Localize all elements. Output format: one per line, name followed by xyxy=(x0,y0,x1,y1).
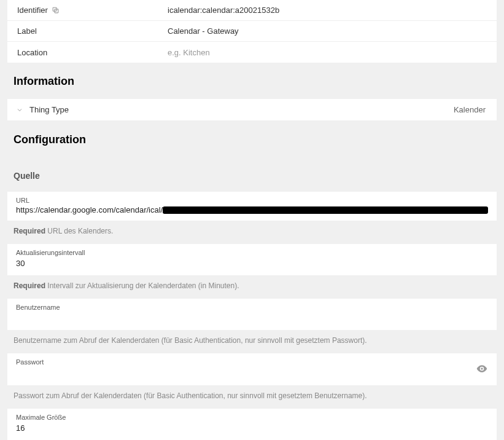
location-label: Location xyxy=(17,48,47,57)
username-label: Benutzername xyxy=(16,304,488,311)
password-label: Passwort xyxy=(16,358,471,366)
thing-type-row[interactable]: Thing Type Kalender xyxy=(7,99,497,121)
label-label: Label xyxy=(17,26,37,36)
information-title: Information xyxy=(7,63,497,99)
password-field[interactable]: Passwort xyxy=(7,353,497,385)
username-hint: Benutzername zum Abruf der Kalenderdaten… xyxy=(7,330,497,347)
location-placeholder: e.g. Kitchen xyxy=(168,48,487,57)
maxsize-label: Maximale Größe xyxy=(16,414,488,421)
chevron-down-icon xyxy=(16,106,23,114)
interval-label: Aktualisierungsintervall xyxy=(16,249,488,256)
configuration-title: Configuration xyxy=(7,121,497,157)
username-field[interactable]: Benutzername xyxy=(7,299,497,330)
password-hint: Passwort zum Abruf der Kalenderdaten (fü… xyxy=(7,385,497,403)
url-label: URL xyxy=(16,197,488,204)
interval-input[interactable] xyxy=(16,257,488,269)
identifier-row: Identifier icalendar:calendar:a20021532b xyxy=(7,0,497,21)
thing-type-label: Thing Type xyxy=(29,105,69,114)
url-input[interactable]: https://calendar.google.com/calendar/ica… xyxy=(16,205,488,214)
interval-hint: Required Intervall zur Aktualisierung de… xyxy=(7,275,497,293)
thing-type-value: Kalender xyxy=(454,105,486,114)
location-row[interactable]: Location e.g. Kitchen xyxy=(7,42,497,63)
label-row[interactable]: Label Calendar - Gateway xyxy=(7,21,497,42)
redacted-block xyxy=(163,206,488,214)
copy-icon[interactable] xyxy=(52,6,60,14)
quelle-group-title: Quelle xyxy=(7,157,497,186)
url-field[interactable]: URL https://calendar.google.com/calendar… xyxy=(7,192,497,221)
username-input[interactable] xyxy=(16,312,488,324)
label-value: Calendar - Gateway xyxy=(168,26,487,36)
interval-field[interactable]: Aktualisierungsintervall xyxy=(7,244,497,275)
maxsize-input[interactable] xyxy=(16,422,488,434)
identifier-value: icalendar:calendar:a20021532b xyxy=(168,6,487,15)
identifier-label: Identifier xyxy=(17,6,48,15)
eye-icon[interactable] xyxy=(476,363,488,375)
maxsize-field[interactable]: Maximale Größe xyxy=(7,409,497,440)
url-hint: Required URL des Kalenders. xyxy=(7,221,497,238)
